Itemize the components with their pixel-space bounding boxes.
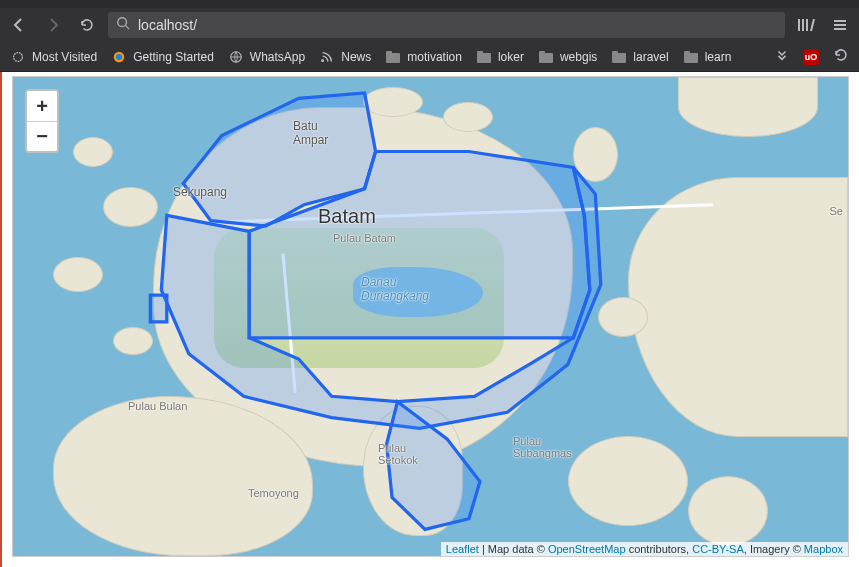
bookmark-label: learn: [705, 50, 732, 64]
bookmark-label: Getting Started: [133, 50, 214, 64]
svg-point-3: [116, 53, 122, 59]
map-label-pulau-bulan: Pulau Bulan: [128, 400, 187, 412]
bookmarks-bar: Most Visited Getting Started WhatsApp Ne…: [0, 42, 859, 72]
folder-icon: [538, 49, 554, 65]
map-island: [678, 77, 818, 137]
map-label-se: Se: [830, 205, 843, 217]
bookmark-label: loker: [498, 50, 524, 64]
map-label-pulau-batam: Pulau Batam: [333, 232, 396, 244]
svg-rect-10: [539, 51, 545, 55]
rss-icon: [319, 49, 335, 65]
svg-point-0: [118, 18, 127, 27]
map-island: [73, 137, 113, 167]
bookmark-getting-started[interactable]: Getting Started: [111, 49, 214, 65]
map-label-batu-ampar: Batu Ampar: [293, 119, 328, 147]
map-island: [363, 87, 423, 117]
folder-icon: [683, 49, 699, 65]
bookmark-label: webgis: [560, 50, 597, 64]
folder-icon: [476, 49, 492, 65]
library-button[interactable]: [793, 12, 819, 38]
leaflet-map[interactable]: Batu Ampar Sekupang Batam Pulau Batam Da…: [12, 76, 849, 557]
map-island: [363, 406, 463, 536]
forward-button[interactable]: [40, 12, 66, 38]
bookmark-most-visited[interactable]: Most Visited: [10, 49, 97, 65]
map-label-batam: Batam: [318, 205, 376, 228]
map-label-pulau-setokok: Pulau Setokok: [378, 442, 418, 466]
attr-text: contributors,: [626, 543, 693, 555]
svg-rect-8: [477, 51, 483, 55]
bookmark-label: Most Visited: [32, 50, 97, 64]
back-button[interactable]: [6, 12, 32, 38]
attr-text: | Map data ©: [479, 543, 548, 555]
folder-icon: [385, 49, 401, 65]
map-island: [568, 436, 688, 526]
hamburger-menu-button[interactable]: [827, 12, 853, 38]
map-label-pulau-subangmas: Pulau Subangmas: [513, 435, 572, 459]
bookmark-label: WhatsApp: [250, 50, 305, 64]
mapbox-link[interactable]: Mapbox: [804, 543, 843, 555]
svg-rect-12: [612, 51, 618, 55]
osm-link[interactable]: OpenStreetMap: [548, 543, 626, 555]
firefox-icon: [111, 49, 127, 65]
bookmark-motivation[interactable]: motivation: [385, 49, 462, 65]
map-island: [573, 127, 618, 182]
url-bar[interactable]: localhost/: [108, 12, 785, 38]
bookmark-whatsapp[interactable]: WhatsApp: [228, 49, 305, 65]
tab-strip: [0, 0, 859, 8]
bookmark-news[interactable]: News: [319, 49, 371, 65]
map-island: [113, 327, 153, 355]
bookmark-webgis[interactable]: webgis: [538, 49, 597, 65]
map-island: [53, 257, 103, 292]
extension-refresh-icon[interactable]: [833, 47, 849, 67]
star-icon: [10, 49, 26, 65]
map-island: [443, 102, 493, 132]
map-island: [688, 476, 768, 546]
map-label-danau: Danau Duriangkang: [361, 275, 429, 303]
zoom-in-button[interactable]: +: [27, 91, 57, 121]
map-label-temoyong: Temoyong: [248, 487, 299, 499]
map-island: [598, 297, 648, 337]
svg-rect-14: [684, 51, 690, 55]
map-island: [628, 177, 848, 437]
map-island: [103, 187, 158, 227]
zoom-out-button[interactable]: −: [27, 121, 57, 151]
bookmark-learn[interactable]: learn: [683, 49, 732, 65]
bookmark-loker[interactable]: loker: [476, 49, 524, 65]
reload-button[interactable]: [74, 12, 100, 38]
map-label-sekupang: Sekupang: [173, 185, 227, 199]
url-text: localhost/: [138, 17, 777, 33]
bookmark-label: motivation: [407, 50, 462, 64]
folder-icon: [611, 49, 627, 65]
globe-icon: [228, 49, 244, 65]
bookmark-label: News: [341, 50, 371, 64]
map-attribution: Leaflet | Map data © OpenStreetMap contr…: [441, 542, 848, 556]
page-content: Batu Ampar Sekupang Batam Pulau Batam Da…: [0, 72, 859, 567]
bookmarks-overflow-button[interactable]: [775, 48, 789, 66]
attr-text: , Imagery ©: [744, 543, 804, 555]
svg-point-1: [14, 52, 23, 61]
browser-toolbar: localhost/: [0, 8, 859, 42]
bookmark-label: laravel: [633, 50, 668, 64]
zoom-control: + −: [25, 89, 59, 153]
ublock-extension-icon[interactable]: uO: [803, 49, 819, 65]
leaflet-link[interactable]: Leaflet: [446, 543, 479, 555]
svg-rect-6: [386, 51, 392, 55]
ccbysa-link[interactable]: CC-BY-SA: [692, 543, 744, 555]
bookmark-laravel[interactable]: laravel: [611, 49, 668, 65]
search-icon: [116, 16, 130, 34]
